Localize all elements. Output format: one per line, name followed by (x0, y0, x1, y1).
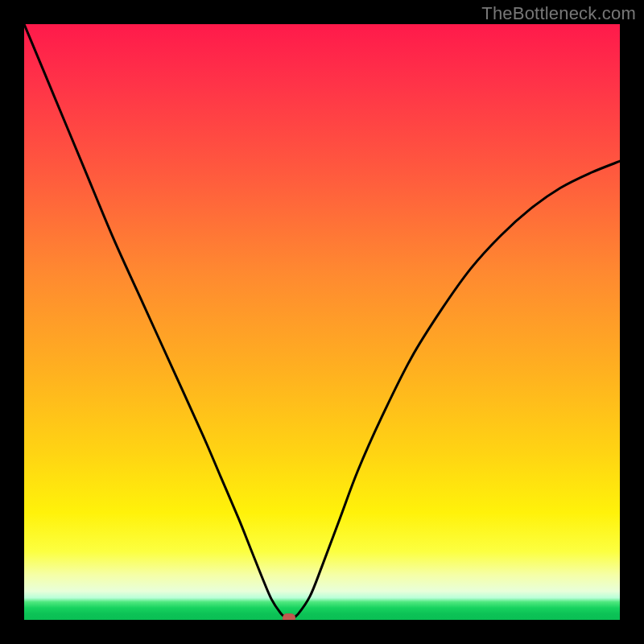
chart-frame: TheBottleneck.com (0, 0, 644, 644)
plot-area (24, 24, 620, 620)
curve-svg (24, 24, 620, 620)
watermark-text: TheBottleneck.com (481, 3, 636, 24)
bottleneck-curve (24, 24, 620, 619)
minimum-marker (283, 613, 295, 620)
